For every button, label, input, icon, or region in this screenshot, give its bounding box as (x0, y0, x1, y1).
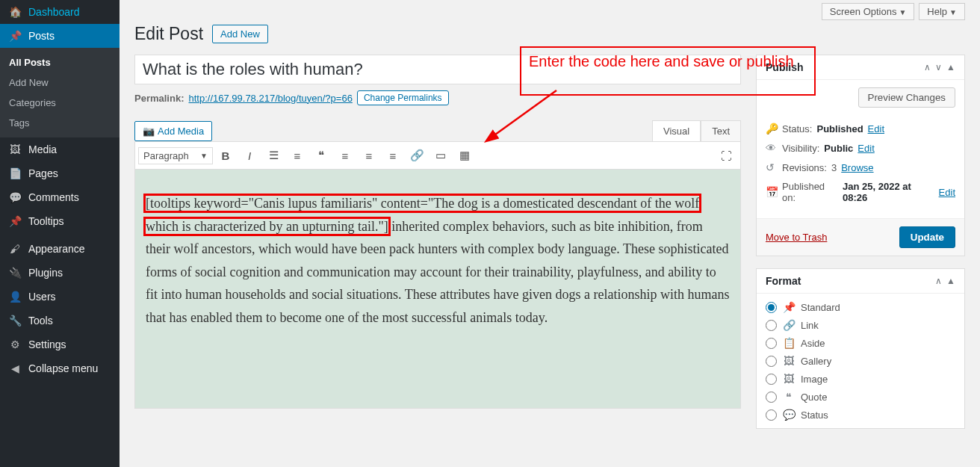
align-right-button[interactable]: ≡ (382, 145, 404, 166)
sidebar-item-label: Media (28, 143, 57, 155)
format-metabox: Format ∧ ▲ 📌Standard🔗Link📋Aside🖼Gallery🖼… (756, 268, 965, 429)
sidebar-item-users[interactable]: 👤 Users (0, 285, 120, 309)
format-radio[interactable] (766, 320, 777, 331)
fullscreen-button[interactable]: ⛶ (715, 145, 737, 166)
help-label: Help (927, 6, 947, 17)
sidebar-item-appearance[interactable]: 🖌 Appearance (0, 237, 120, 261)
sidebar-item-posts[interactable]: 📌 Posts (0, 24, 120, 48)
sidebar-submenu-posts: All Posts Add New Categories Tags (0, 48, 120, 137)
comments-icon: 💬 (7, 191, 22, 203)
bulleted-list-button[interactable]: ☰ (262, 145, 285, 166)
content-area: Screen Options▼ Help▼ Edit Post Add New … (120, 0, 980, 467)
sidebar-sub-tags[interactable]: Tags (0, 113, 120, 133)
published-value: Jan 25, 2022 at 08:26 (843, 181, 934, 203)
format-option-standard[interactable]: 📌Standard (766, 301, 955, 313)
move-up-icon[interactable]: ∧ (924, 62, 931, 72)
format-radio[interactable] (766, 392, 777, 403)
sidebar-sub-all-posts[interactable]: All Posts (0, 52, 120, 72)
preview-changes-button[interactable]: Preview Changes (858, 87, 955, 108)
format-option-aside[interactable]: 📋Aside (766, 337, 955, 349)
screen-options-button[interactable]: Screen Options▼ (822, 3, 915, 20)
eye-icon: 👁 (766, 142, 778, 154)
sidebar-item-label: Collapse menu (28, 362, 98, 374)
add-media-button[interactable]: 📷 Add Media (134, 121, 212, 141)
sidebar-item-label: Dashboard (28, 6, 80, 18)
format-radio[interactable] (766, 302, 777, 313)
format-option-gallery[interactable]: 🖼Gallery (766, 355, 955, 367)
sidebar-item-dashboard[interactable]: 🏠 Dashboard (0, 0, 120, 24)
edit-status-link[interactable]: Edit (868, 123, 884, 134)
add-new-button[interactable]: Add New (212, 25, 268, 43)
post-title-input[interactable] (134, 55, 741, 84)
editor-toolbar: Paragraph ▼ B I ☰ ≡ ❝ ≡ ≡ ≡ 🔗 ▭ ▦ ⛶ (134, 141, 741, 170)
sidebar-sub-categories[interactable]: Categories (0, 93, 120, 113)
sidebar-item-media[interactable]: 🖼 Media (0, 137, 120, 161)
edit-visibility-link[interactable]: Edit (858, 143, 874, 154)
revisions-label: Revisions: (782, 162, 827, 173)
tooltips-icon: 📌 (7, 215, 22, 227)
publish-header[interactable]: Publish ∧ ∨ ▲ (757, 55, 964, 80)
align-left-button[interactable]: ≡ (334, 145, 356, 166)
sidebar-collapse[interactable]: ◀ Collapse menu (0, 356, 120, 380)
format-option-link[interactable]: 🔗Link (766, 319, 955, 331)
format-header[interactable]: Format ∧ ▲ (757, 269, 964, 294)
sidebar-sub-add-new[interactable]: Add New (0, 72, 120, 93)
readmore-button[interactable]: ▭ (429, 145, 452, 166)
format-option-label: Quote (801, 392, 827, 403)
sidebar-item-tools[interactable]: 🔧 Tools (0, 309, 120, 333)
status-label: Status: (782, 123, 812, 134)
sidebar-item-comments[interactable]: 💬 Comments (0, 185, 120, 209)
visibility-value: Public (824, 143, 853, 154)
blockquote-button[interactable]: ❝ (310, 145, 332, 166)
move-down-icon[interactable]: ∨ (935, 62, 942, 72)
format-option-quote[interactable]: ❝Quote (766, 391, 955, 403)
format-option-label: Gallery (801, 356, 831, 367)
format-radio[interactable] (766, 356, 777, 367)
italic-button[interactable]: I (238, 145, 261, 166)
format-radio[interactable] (766, 338, 777, 349)
format-icon: 📋 (783, 337, 795, 349)
toolbar-toggle-button[interactable]: ▦ (453, 145, 476, 166)
tab-text[interactable]: Text (701, 120, 741, 141)
sidebar-item-tooltips[interactable]: 📌 Tooltips (0, 209, 120, 233)
numbered-list-button[interactable]: ≡ (286, 145, 308, 166)
sidebar-item-settings[interactable]: ⚙ Settings (0, 333, 120, 356)
edit-date-link[interactable]: Edit (939, 187, 955, 198)
sidebar-item-pages[interactable]: 📄 Pages (0, 161, 120, 185)
link-button[interactable]: 🔗 (406, 145, 428, 166)
sidebar-item-label: Plugins (28, 267, 63, 279)
format-option-image[interactable]: 🖼Image (766, 373, 955, 385)
move-to-trash-link[interactable]: Move to Trash (766, 232, 827, 243)
format-radio[interactable] (766, 409, 777, 421)
chevron-down-icon: ▼ (899, 8, 906, 16)
format-radio[interactable] (766, 374, 777, 385)
update-button[interactable]: Update (899, 226, 955, 248)
help-button[interactable]: Help▼ (919, 3, 965, 20)
bold-button[interactable]: B (214, 145, 237, 166)
format-icon: ❝ (783, 391, 795, 403)
format-option-label: Image (801, 374, 828, 385)
plugins-icon: 🔌 (7, 267, 22, 279)
published-label: Published on: (782, 181, 838, 203)
revisions-value: 3 (831, 162, 837, 173)
change-permalinks-button[interactable]: Change Permalinks (357, 90, 449, 105)
align-center-button[interactable]: ≡ (358, 145, 380, 166)
format-option-status[interactable]: 💬Status (766, 409, 955, 421)
move-up-icon[interactable]: ∧ (935, 276, 942, 286)
format-select[interactable]: Paragraph ▼ (138, 147, 213, 164)
format-select-label: Paragraph (143, 150, 189, 161)
toggle-icon[interactable]: ▲ (946, 276, 955, 286)
pin-icon: 📌 (7, 30, 22, 42)
sidebar-item-plugins[interactable]: 🔌 Plugins (0, 261, 120, 285)
browse-revisions-link[interactable]: Browse (841, 162, 873, 173)
top-right-controls: Screen Options▼ Help▼ (822, 3, 965, 20)
add-media-label: Add Media (158, 126, 204, 137)
editor-content[interactable]: [tooltips keyword="Canis lupus familiari… (134, 170, 741, 409)
permalink-url[interactable]: http://167.99.78.217/blog/tuyen/?p=66 (188, 93, 352, 104)
format-icon: 🖼 (783, 355, 795, 367)
format-option-label: Standard (801, 302, 840, 313)
tab-visual[interactable]: Visual (652, 120, 701, 141)
sidebar-item-label: Posts (28, 30, 55, 42)
toggle-icon[interactable]: ▲ (946, 62, 955, 72)
media-icon: 🖼 (7, 143, 22, 155)
